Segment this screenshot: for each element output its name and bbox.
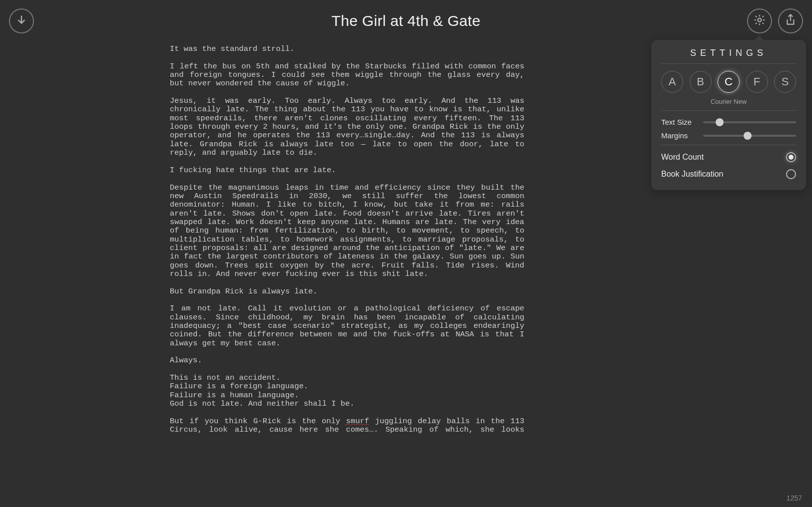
- settings-panel: SETTINGS ABCFS Courier New Text Size Mar…: [651, 40, 806, 190]
- margins-row: Margins: [661, 131, 796, 140]
- divider: [661, 145, 796, 145]
- margins-thumb[interactable]: [744, 132, 752, 140]
- word-count-toggle-row: Word Count: [661, 152, 796, 162]
- text-size-thumb[interactable]: [716, 118, 724, 126]
- font-option-b[interactable]: B: [690, 71, 712, 93]
- book-justification-toggle[interactable]: [786, 169, 796, 179]
- font-option-c[interactable]: C: [718, 71, 740, 93]
- divider: [661, 110, 796, 111]
- settings-button[interactable]: [747, 8, 772, 33]
- font-option-s[interactable]: S: [774, 71, 796, 93]
- book-justification-toggle-label: Book Justification: [661, 170, 724, 179]
- download-icon: [15, 13, 28, 28]
- share-button[interactable]: [778, 8, 803, 33]
- word-count-toggle-label: Word Count: [661, 153, 704, 162]
- svg-point-0: [758, 18, 762, 22]
- book-justification-toggle-row: Book Justification: [661, 169, 796, 179]
- document-text[interactable]: It was the standard stroll. I left the b…: [170, 45, 524, 434]
- text-size-label: Text Size: [661, 118, 696, 126]
- font-option-f[interactable]: F: [746, 71, 768, 93]
- editor-viewport[interactable]: It was the standard stroll. I left the b…: [170, 45, 524, 434]
- font-selector-row: ABCFS: [661, 71, 796, 93]
- word-count-display: 1257: [787, 494, 802, 502]
- divider: [661, 63, 796, 64]
- margins-slider[interactable]: [703, 135, 796, 137]
- toolbar-right: [747, 8, 803, 33]
- gear-icon: [753, 13, 766, 28]
- document-title: The Girl at 4th & Gate: [332, 12, 480, 29]
- margins-label: Margins: [661, 131, 696, 140]
- misspelled-word[interactable]: smurf: [346, 417, 369, 426]
- text-size-row: Text Size: [661, 118, 796, 126]
- toolbar-left: [9, 8, 34, 33]
- download-button[interactable]: [9, 8, 34, 33]
- font-option-a[interactable]: A: [661, 71, 683, 93]
- text-size-slider[interactable]: [703, 121, 796, 123]
- selected-font-name: Courier New: [661, 98, 796, 105]
- settings-title: SETTINGS: [661, 48, 796, 58]
- word-count-toggle[interactable]: [786, 152, 796, 162]
- toolbar: The Girl at 4th & Gate: [0, 0, 812, 42]
- share-icon: [784, 13, 797, 28]
